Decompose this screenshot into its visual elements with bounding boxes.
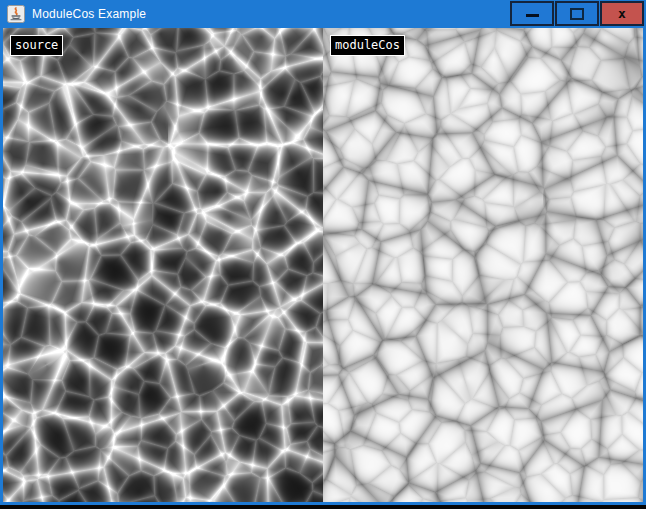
source-label: source bbox=[10, 35, 63, 56]
close-icon: x bbox=[618, 7, 626, 20]
modulecos-label: moduleCos bbox=[330, 35, 405, 56]
window-title: ModuleCos Example bbox=[32, 7, 146, 21]
source-noise-image bbox=[3, 28, 323, 502]
titlebar[interactable]: ModuleCos Example x bbox=[0, 0, 646, 28]
minimize-button[interactable] bbox=[510, 1, 554, 26]
source-panel: source bbox=[3, 28, 323, 502]
modulecos-panel: moduleCos bbox=[323, 28, 643, 502]
java-coffee-cup-icon bbox=[7, 5, 25, 23]
modulecos-noise-image bbox=[323, 28, 643, 502]
maximize-button[interactable] bbox=[555, 1, 599, 26]
close-button[interactable]: x bbox=[600, 1, 644, 26]
window-shadow bbox=[0, 505, 646, 509]
screen: ModuleCos Example x source module bbox=[0, 0, 646, 509]
maximize-icon bbox=[570, 8, 584, 20]
window-controls: x bbox=[510, 1, 644, 26]
app-window: ModuleCos Example x source module bbox=[0, 0, 646, 505]
minimize-icon bbox=[526, 14, 539, 17]
content-area: source moduleCos bbox=[0, 28, 646, 502]
